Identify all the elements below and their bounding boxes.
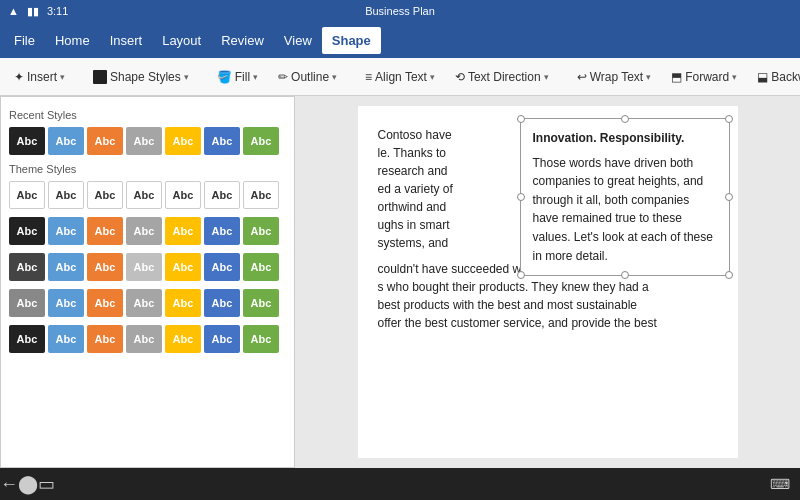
style-box[interactable]: Abc <box>204 181 240 209</box>
style-box[interactable]: Abc <box>126 253 162 281</box>
back-button[interactable]: ← <box>0 474 18 495</box>
style-box[interactable]: Abc <box>48 289 84 317</box>
backward-button[interactable]: ⬓ Backward ▾ <box>749 66 800 88</box>
shape-styles-dropdown[interactable]: Recent Styles Abc Abc Abc Abc Abc Abc Ab… <box>0 96 295 468</box>
style-box[interactable]: Abc <box>87 325 123 353</box>
align-arrow-icon: ▾ <box>430 72 435 82</box>
style-box[interactable]: Abc <box>9 181 45 209</box>
menu-insert[interactable]: Insert <box>100 27 153 54</box>
style-box[interactable]: Abc <box>9 289 45 317</box>
resize-handle-tl[interactable] <box>517 115 525 123</box>
style-box[interactable]: Abc <box>165 253 201 281</box>
style-box[interactable]: Abc <box>48 253 84 281</box>
resize-handle-bl[interactable] <box>517 271 525 279</box>
style-box[interactable]: Abc <box>165 217 201 245</box>
menu-home[interactable]: Home <box>45 27 100 54</box>
align-text-button[interactable]: ≡ Align Text ▾ <box>357 66 443 88</box>
wifi-icon: ▲ <box>8 5 19 17</box>
style-box[interactable]: Abc <box>204 253 240 281</box>
style-box[interactable]: Abc <box>243 217 279 245</box>
resize-handle-ml[interactable] <box>517 193 525 201</box>
style-box[interactable]: Abc <box>126 325 162 353</box>
style-box[interactable]: Abc <box>87 253 123 281</box>
text-direction-button[interactable]: ⟲ Text Direction ▾ <box>447 66 557 88</box>
style-box[interactable]: Abc <box>87 289 123 317</box>
insert-icon: ✦ <box>14 70 24 84</box>
home-button[interactable]: ⬤ <box>18 473 38 495</box>
main-area: Recent Styles Abc Abc Abc Abc Abc Abc Ab… <box>0 96 800 468</box>
style-box[interactable]: Abc <box>87 181 123 209</box>
text-box-title: Innovation. Responsibility. <box>533 129 717 148</box>
style-box[interactable]: Abc <box>243 181 279 209</box>
menu-review[interactable]: Review <box>211 27 274 54</box>
resize-handle-tr[interactable] <box>725 115 733 123</box>
keyboard-button[interactable]: ⌨ <box>770 476 790 492</box>
style-box[interactable]: Abc <box>204 325 240 353</box>
backward-icon: ⬓ <box>757 70 768 84</box>
style-box[interactable]: Abc <box>9 325 45 353</box>
style-box[interactable]: Abc <box>48 127 84 155</box>
style-box[interactable]: Abc <box>9 127 45 155</box>
text-direction-arrow-icon: ▾ <box>544 72 549 82</box>
text-direction-icon: ⟲ <box>455 70 465 84</box>
theme-row-5: Abc Abc Abc Abc Abc Abc Abc <box>9 325 286 353</box>
style-box[interactable]: Abc <box>126 181 162 209</box>
wrap-arrow-icon: ▾ <box>646 72 651 82</box>
text-box[interactable]: Innovation. Responsibility. Those words … <box>520 118 730 276</box>
style-box[interactable]: Abc <box>204 289 240 317</box>
align-text-icon: ≡ <box>365 70 372 84</box>
resize-handle-mr[interactable] <box>725 193 733 201</box>
document-page: Contoso have le. Thanks to research and … <box>358 106 738 458</box>
style-box[interactable]: Abc <box>243 253 279 281</box>
style-box[interactable]: Abc <box>243 127 279 155</box>
style-box[interactable]: Abc <box>165 127 201 155</box>
style-box[interactable]: Abc <box>9 253 45 281</box>
outline-icon: ✏ <box>278 70 288 84</box>
style-box[interactable]: Abc <box>204 127 240 155</box>
resize-handle-br[interactable] <box>725 271 733 279</box>
recent-styles-grid: Abc Abc Abc Abc Abc Abc Abc <box>9 127 286 155</box>
fill-icon: 🪣 <box>217 70 232 84</box>
bottom-bar: ← ⬤ ▭ ⌨ <box>0 468 800 500</box>
text-box-body: Those words have driven both companies t… <box>533 154 717 266</box>
style-box[interactable]: Abc <box>126 289 162 317</box>
forward-button[interactable]: ⬒ Forward ▾ <box>663 66 745 88</box>
fill-button[interactable]: 🪣 Fill ▾ <box>209 66 266 88</box>
style-box[interactable]: Abc <box>126 127 162 155</box>
style-box[interactable]: Abc <box>48 325 84 353</box>
style-box[interactable]: Abc <box>243 289 279 317</box>
menu-view[interactable]: View <box>274 27 322 54</box>
style-box[interactable]: Abc <box>48 181 84 209</box>
theme-row-3: Abc Abc Abc Abc Abc Abc Abc <box>9 253 286 281</box>
style-box[interactable]: Abc <box>165 181 201 209</box>
menu-file[interactable]: File <box>4 27 45 54</box>
menu-layout[interactable]: Layout <box>152 27 211 54</box>
style-box[interactable]: Abc <box>48 217 84 245</box>
battery-icon: ▮▮ <box>27 5 39 18</box>
style-box[interactable]: Abc <box>9 217 45 245</box>
style-box[interactable]: Abc <box>204 217 240 245</box>
menu-bar: File Home Insert Layout Review View Shap… <box>0 22 800 58</box>
menu-shape[interactable]: Shape <box>322 27 381 54</box>
theme-row-2: Abc Abc Abc Abc Abc Abc Abc <box>9 217 286 245</box>
style-box[interactable]: Abc <box>87 217 123 245</box>
wrap-text-button[interactable]: ↩ Wrap Text ▾ <box>569 66 660 88</box>
style-box[interactable]: Abc <box>165 289 201 317</box>
shape-styles-button[interactable]: Shape Styles ▾ <box>85 66 197 88</box>
outline-button[interactable]: ✏ Outline ▾ <box>270 66 345 88</box>
style-box[interactable]: Abc <box>165 325 201 353</box>
style-box[interactable]: Abc <box>243 325 279 353</box>
document-area: Contoso have le. Thanks to research and … <box>295 96 800 468</box>
insert-arrow-icon: ▾ <box>60 72 65 82</box>
style-box[interactable]: Abc <box>126 217 162 245</box>
style-box[interactable]: Abc <box>87 127 123 155</box>
recent-apps-button[interactable]: ▭ <box>38 473 55 495</box>
time-display: 3:11 <box>47 5 68 17</box>
insert-button[interactable]: ✦ Insert ▾ <box>6 66 73 88</box>
theme-row-4: Abc Abc Abc Abc Abc Abc Abc <box>9 289 286 317</box>
resize-handle-bm[interactable] <box>621 271 629 279</box>
theme-styles-label: Theme Styles <box>9 163 286 175</box>
resize-handle-tm[interactable] <box>621 115 629 123</box>
fill-arrow-icon: ▾ <box>253 72 258 82</box>
doc-text-1: Contoso have le. Thanks to research and … <box>378 126 498 252</box>
